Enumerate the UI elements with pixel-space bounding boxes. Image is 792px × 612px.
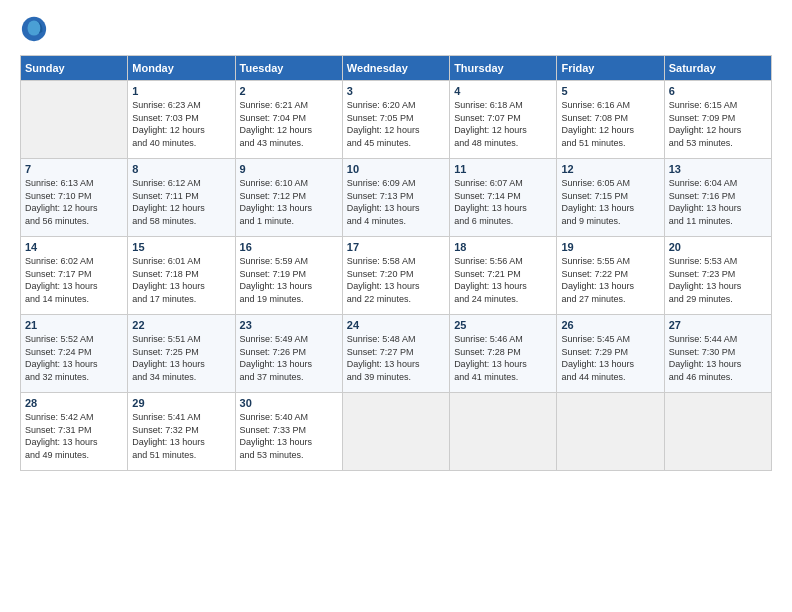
day-info: Sunrise: 6:21 AM Sunset: 7:04 PM Dayligh… (240, 99, 338, 149)
calendar-cell (664, 393, 771, 471)
day-number: 17 (347, 241, 445, 253)
calendar-cell: 21Sunrise: 5:52 AM Sunset: 7:24 PM Dayli… (21, 315, 128, 393)
weekday-header: Saturday (664, 56, 771, 81)
day-number: 11 (454, 163, 552, 175)
day-number: 4 (454, 85, 552, 97)
day-number: 23 (240, 319, 338, 331)
day-info: Sunrise: 6:12 AM Sunset: 7:11 PM Dayligh… (132, 177, 230, 227)
day-info: Sunrise: 5:48 AM Sunset: 7:27 PM Dayligh… (347, 333, 445, 383)
calendar-cell: 19Sunrise: 5:55 AM Sunset: 7:22 PM Dayli… (557, 237, 664, 315)
calendar-body: 1Sunrise: 6:23 AM Sunset: 7:03 PM Daylig… (21, 81, 772, 471)
day-number: 28 (25, 397, 123, 409)
day-info: Sunrise: 6:15 AM Sunset: 7:09 PM Dayligh… (669, 99, 767, 149)
day-info: Sunrise: 5:40 AM Sunset: 7:33 PM Dayligh… (240, 411, 338, 461)
calendar-cell: 15Sunrise: 6:01 AM Sunset: 7:18 PM Dayli… (128, 237, 235, 315)
day-number: 5 (561, 85, 659, 97)
day-number: 24 (347, 319, 445, 331)
day-number: 16 (240, 241, 338, 253)
calendar-cell: 10Sunrise: 6:09 AM Sunset: 7:13 PM Dayli… (342, 159, 449, 237)
calendar-cell: 11Sunrise: 6:07 AM Sunset: 7:14 PM Dayli… (450, 159, 557, 237)
calendar-cell: 18Sunrise: 5:56 AM Sunset: 7:21 PM Dayli… (450, 237, 557, 315)
calendar-cell: 26Sunrise: 5:45 AM Sunset: 7:29 PM Dayli… (557, 315, 664, 393)
day-info: Sunrise: 5:53 AM Sunset: 7:23 PM Dayligh… (669, 255, 767, 305)
day-info: Sunrise: 6:16 AM Sunset: 7:08 PM Dayligh… (561, 99, 659, 149)
calendar-cell: 23Sunrise: 5:49 AM Sunset: 7:26 PM Dayli… (235, 315, 342, 393)
calendar-cell: 28Sunrise: 5:42 AM Sunset: 7:31 PM Dayli… (21, 393, 128, 471)
day-info: Sunrise: 5:45 AM Sunset: 7:29 PM Dayligh… (561, 333, 659, 383)
day-number: 18 (454, 241, 552, 253)
calendar-cell (342, 393, 449, 471)
calendar-cell: 7Sunrise: 6:13 AM Sunset: 7:10 PM Daylig… (21, 159, 128, 237)
day-info: Sunrise: 5:59 AM Sunset: 7:19 PM Dayligh… (240, 255, 338, 305)
calendar-cell (21, 81, 128, 159)
day-number: 21 (25, 319, 123, 331)
calendar-cell: 14Sunrise: 6:02 AM Sunset: 7:17 PM Dayli… (21, 237, 128, 315)
calendar-cell: 25Sunrise: 5:46 AM Sunset: 7:28 PM Dayli… (450, 315, 557, 393)
day-info: Sunrise: 6:02 AM Sunset: 7:17 PM Dayligh… (25, 255, 123, 305)
day-info: Sunrise: 6:23 AM Sunset: 7:03 PM Dayligh… (132, 99, 230, 149)
day-number: 6 (669, 85, 767, 97)
weekday-header: Wednesday (342, 56, 449, 81)
day-number: 3 (347, 85, 445, 97)
day-number: 27 (669, 319, 767, 331)
day-info: Sunrise: 6:04 AM Sunset: 7:16 PM Dayligh… (669, 177, 767, 227)
day-number: 26 (561, 319, 659, 331)
calendar-cell: 30Sunrise: 5:40 AM Sunset: 7:33 PM Dayli… (235, 393, 342, 471)
day-number: 12 (561, 163, 659, 175)
calendar-cell: 20Sunrise: 5:53 AM Sunset: 7:23 PM Dayli… (664, 237, 771, 315)
day-info: Sunrise: 6:18 AM Sunset: 7:07 PM Dayligh… (454, 99, 552, 149)
calendar-cell: 9Sunrise: 6:10 AM Sunset: 7:12 PM Daylig… (235, 159, 342, 237)
logo (20, 15, 52, 43)
day-info: Sunrise: 5:42 AM Sunset: 7:31 PM Dayligh… (25, 411, 123, 461)
calendar-cell: 16Sunrise: 5:59 AM Sunset: 7:19 PM Dayli… (235, 237, 342, 315)
page-container: SundayMondayTuesdayWednesdayThursdayFrid… (0, 0, 792, 481)
page-header (20, 15, 772, 43)
calendar-table: SundayMondayTuesdayWednesdayThursdayFrid… (20, 55, 772, 471)
day-info: Sunrise: 5:46 AM Sunset: 7:28 PM Dayligh… (454, 333, 552, 383)
day-number: 7 (25, 163, 123, 175)
calendar-cell: 22Sunrise: 5:51 AM Sunset: 7:25 PM Dayli… (128, 315, 235, 393)
calendar-week-row: 7Sunrise: 6:13 AM Sunset: 7:10 PM Daylig… (21, 159, 772, 237)
day-number: 14 (25, 241, 123, 253)
day-info: Sunrise: 6:01 AM Sunset: 7:18 PM Dayligh… (132, 255, 230, 305)
calendar-cell: 5Sunrise: 6:16 AM Sunset: 7:08 PM Daylig… (557, 81, 664, 159)
weekday-header: Monday (128, 56, 235, 81)
day-info: Sunrise: 5:58 AM Sunset: 7:20 PM Dayligh… (347, 255, 445, 305)
logo-icon (20, 15, 48, 43)
calendar-week-row: 28Sunrise: 5:42 AM Sunset: 7:31 PM Dayli… (21, 393, 772, 471)
day-info: Sunrise: 6:13 AM Sunset: 7:10 PM Dayligh… (25, 177, 123, 227)
day-number: 19 (561, 241, 659, 253)
day-number: 22 (132, 319, 230, 331)
calendar-cell (450, 393, 557, 471)
day-info: Sunrise: 5:51 AM Sunset: 7:25 PM Dayligh… (132, 333, 230, 383)
calendar-cell: 8Sunrise: 6:12 AM Sunset: 7:11 PM Daylig… (128, 159, 235, 237)
day-info: Sunrise: 6:07 AM Sunset: 7:14 PM Dayligh… (454, 177, 552, 227)
day-info: Sunrise: 6:20 AM Sunset: 7:05 PM Dayligh… (347, 99, 445, 149)
calendar-cell: 27Sunrise: 5:44 AM Sunset: 7:30 PM Dayli… (664, 315, 771, 393)
calendar-header-row: SundayMondayTuesdayWednesdayThursdayFrid… (21, 56, 772, 81)
day-number: 9 (240, 163, 338, 175)
calendar-cell: 2Sunrise: 6:21 AM Sunset: 7:04 PM Daylig… (235, 81, 342, 159)
day-number: 30 (240, 397, 338, 409)
day-info: Sunrise: 6:05 AM Sunset: 7:15 PM Dayligh… (561, 177, 659, 227)
calendar-cell: 29Sunrise: 5:41 AM Sunset: 7:32 PM Dayli… (128, 393, 235, 471)
day-number: 2 (240, 85, 338, 97)
weekday-header: Sunday (21, 56, 128, 81)
calendar-cell: 12Sunrise: 6:05 AM Sunset: 7:15 PM Dayli… (557, 159, 664, 237)
calendar-week-row: 1Sunrise: 6:23 AM Sunset: 7:03 PM Daylig… (21, 81, 772, 159)
day-info: Sunrise: 6:09 AM Sunset: 7:13 PM Dayligh… (347, 177, 445, 227)
day-info: Sunrise: 5:49 AM Sunset: 7:26 PM Dayligh… (240, 333, 338, 383)
calendar-week-row: 21Sunrise: 5:52 AM Sunset: 7:24 PM Dayli… (21, 315, 772, 393)
day-info: Sunrise: 6:10 AM Sunset: 7:12 PM Dayligh… (240, 177, 338, 227)
calendar-cell: 13Sunrise: 6:04 AM Sunset: 7:16 PM Dayli… (664, 159, 771, 237)
calendar-cell: 4Sunrise: 6:18 AM Sunset: 7:07 PM Daylig… (450, 81, 557, 159)
day-info: Sunrise: 5:44 AM Sunset: 7:30 PM Dayligh… (669, 333, 767, 383)
calendar-cell (557, 393, 664, 471)
day-number: 8 (132, 163, 230, 175)
day-number: 1 (132, 85, 230, 97)
day-number: 25 (454, 319, 552, 331)
day-info: Sunrise: 5:41 AM Sunset: 7:32 PM Dayligh… (132, 411, 230, 461)
day-number: 29 (132, 397, 230, 409)
day-number: 15 (132, 241, 230, 253)
day-info: Sunrise: 5:56 AM Sunset: 7:21 PM Dayligh… (454, 255, 552, 305)
